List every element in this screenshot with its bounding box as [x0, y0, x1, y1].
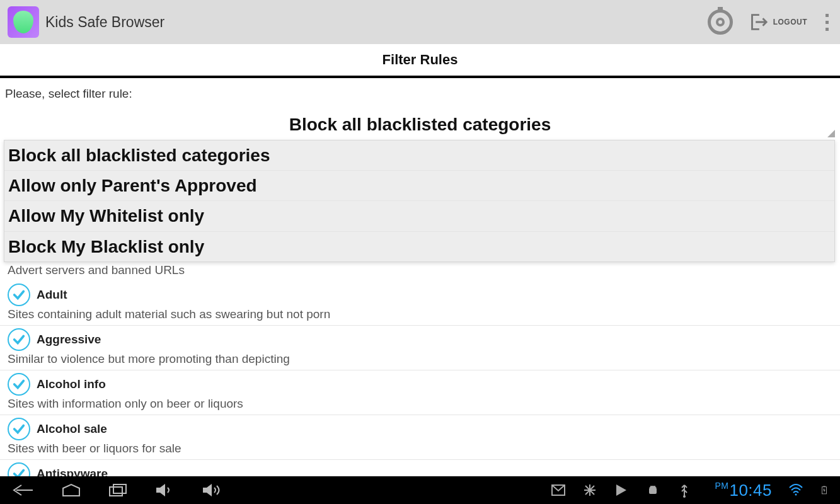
category-row: Alcohol infoSites with information only … [0, 370, 840, 415]
category-desc: Advert servers and banned URLs [0, 262, 840, 281]
category-checkbox[interactable] [8, 284, 30, 306]
volume-up-button[interactable] [202, 483, 223, 498]
svg-point-7 [795, 494, 797, 496]
recents-button[interactable] [108, 483, 127, 497]
category-checkbox[interactable] [8, 373, 30, 396]
asterisk-icon[interactable] [582, 483, 597, 498]
category-title: Adult [37, 288, 67, 302]
overflow-menu-icon[interactable] [821, 9, 832, 36]
filter-prompt: Please, select filter rule: [0, 78, 840, 112]
dropdown-option[interactable]: Allow My Whitelist only [4, 201, 834, 231]
filter-rule-dropdown: Block all blacklisted categories Allow o… [4, 140, 835, 262]
wifi-icon [788, 483, 803, 498]
system-nav-bar: PM10:45 [0, 476, 840, 504]
category-desc: Sites containing adult material such as … [8, 306, 832, 321]
logout-label: LOGOUT [773, 18, 807, 26]
content-area: Please, select filter rule: Block all bl… [0, 78, 840, 476]
svg-rect-3 [649, 488, 657, 494]
svg-rect-9 [823, 486, 826, 487]
back-button[interactable] [11, 483, 34, 498]
android-icon[interactable] [645, 483, 660, 498]
category-desc: Sites with information only on beer or l… [8, 396, 832, 411]
category-desc: Sites with beer or liquors for sale [8, 440, 832, 455]
clock: PM10:45 [715, 481, 772, 500]
category-row: AdultSites containing adult material suc… [0, 281, 840, 326]
category-title: Alcohol sale [37, 422, 107, 436]
svg-rect-1 [113, 484, 126, 493]
action-bar: Kids Safe Browser LOGOUT [0, 0, 840, 44]
gear-icon[interactable] [708, 9, 733, 35]
category-row: AggressiveSimilar to violence but more p… [0, 326, 840, 370]
app-icon [8, 6, 39, 38]
battery-icon [820, 483, 829, 498]
svg-rect-0 [110, 487, 122, 496]
gmail-icon[interactable] [551, 483, 566, 498]
category-title: Alcohol info [37, 377, 106, 391]
logout-button[interactable]: LOGOUT [747, 11, 807, 33]
category-checkbox[interactable] [8, 418, 30, 440]
dropdown-option[interactable]: Block all blacklisted categories [4, 140, 834, 171]
dropdown-option[interactable]: Allow only Parent's Approved [4, 171, 834, 201]
category-checkbox[interactable] [8, 328, 30, 351]
category-title: Antispyware [37, 467, 108, 476]
usb-icon[interactable] [677, 483, 692, 498]
play-store-icon[interactable] [614, 483, 629, 498]
logout-icon [747, 11, 768, 33]
page-title: Filter Rules [0, 44, 840, 76]
chevron-down-icon [827, 130, 835, 137]
category-checkbox[interactable] [8, 462, 30, 476]
category-title: Aggressive [37, 333, 101, 346]
svg-point-6 [683, 495, 686, 498]
dropdown-option[interactable]: Block My Blacklist only [4, 232, 834, 261]
filter-rule-spinner[interactable]: Block all blacklisted categories [0, 112, 840, 140]
app-title: Kids Safe Browser [45, 14, 701, 31]
category-row: Alcohol saleSites with beer or liquors f… [0, 415, 840, 460]
home-button[interactable] [62, 483, 81, 497]
category-row: Antispyware [0, 460, 840, 476]
category-desc: Similar to violence but more promoting t… [8, 351, 832, 366]
volume-down-button[interactable] [155, 483, 174, 498]
